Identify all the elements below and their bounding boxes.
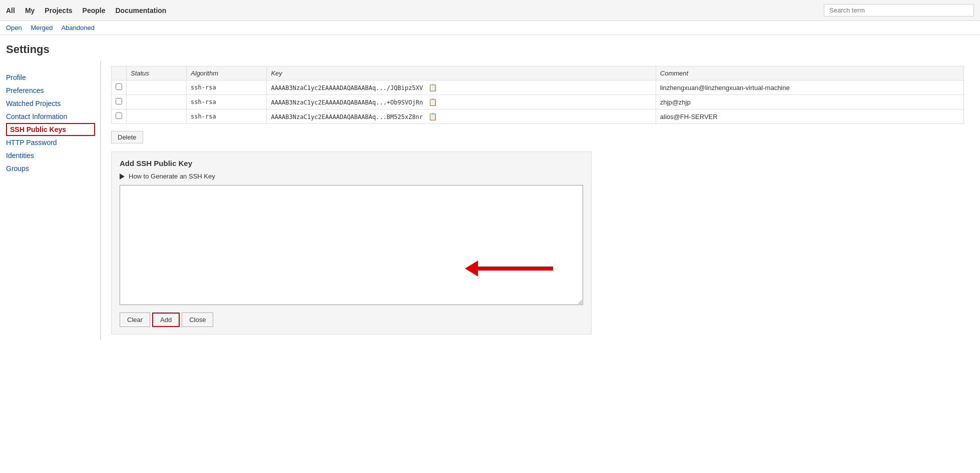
sidebar-item-preferences[interactable]: Preferences bbox=[6, 84, 95, 97]
table-row: ssh-rsa AAAAB3NzaC1yc2EAAAADAQABAABAq...… bbox=[112, 80, 964, 95]
row-checkbox-1[interactable] bbox=[112, 80, 127, 95]
expand-triangle-icon bbox=[120, 174, 125, 180]
copy-icon-1[interactable]: 📋 bbox=[428, 84, 437, 92]
nav-people[interactable]: People bbox=[83, 6, 106, 14]
table-row: ssh-rsa AAAAB3NzaC1yc2EAAAADAQABAABAq...… bbox=[112, 110, 964, 124]
sidebar: Profile Preferences Watched Projects Con… bbox=[6, 61, 101, 340]
layout: Profile Preferences Watched Projects Con… bbox=[0, 61, 980, 340]
nav-all[interactable]: All bbox=[6, 6, 15, 14]
nav-my[interactable]: My bbox=[25, 6, 35, 14]
sidebar-item-groups[interactable]: Groups bbox=[6, 162, 95, 175]
sidebar-item-ssh-public-keys[interactable]: SSH Public Keys bbox=[6, 123, 95, 136]
row-algorithm-2: ssh-rsa bbox=[187, 95, 267, 110]
subnav-abandoned[interactable]: Abandoned bbox=[61, 24, 95, 32]
sub-nav: Open Merged Abandoned bbox=[0, 21, 980, 35]
close-button[interactable]: Close bbox=[182, 312, 213, 327]
search-input[interactable] bbox=[824, 4, 974, 16]
button-row: Clear Add Close bbox=[120, 312, 583, 327]
row-algorithm-1: ssh-rsa bbox=[187, 80, 267, 95]
add-ssh-section: Add SSH Public Key How to Generate an SS… bbox=[111, 152, 592, 334]
col-header-checkbox bbox=[112, 66, 127, 80]
sidebar-item-profile[interactable]: Profile bbox=[6, 71, 95, 84]
ssh-key-textarea[interactable] bbox=[120, 185, 583, 305]
row-comment-1: linzhengxuan@linzhengxuan-virtual-machin… bbox=[656, 80, 963, 95]
add-button[interactable]: Add bbox=[152, 312, 180, 327]
row-comment-3: alios@FH-SERVER bbox=[656, 110, 963, 124]
subnav-open[interactable]: Open bbox=[6, 24, 22, 32]
nav-projects[interactable]: Projects bbox=[45, 6, 72, 14]
nav-documentation[interactable]: Documentation bbox=[116, 6, 167, 14]
row-checkbox-2[interactable] bbox=[112, 95, 127, 110]
main-content: Status Algorithm Key Comment ssh-rsa AAA… bbox=[101, 61, 974, 340]
table-row: ssh-rsa AAAAB3NzaC1yc2EAAAADAQABAABAq...… bbox=[112, 95, 964, 110]
red-arrow-annotation bbox=[465, 260, 553, 276]
sidebar-item-watched-projects[interactable]: Watched Projects bbox=[6, 97, 95, 110]
clear-button[interactable]: Clear bbox=[120, 312, 150, 327]
how-to-label: How to Generate an SSH Key bbox=[129, 172, 215, 180]
page-title: Settings bbox=[0, 35, 980, 61]
row-status-3 bbox=[127, 110, 187, 124]
col-header-comment: Comment bbox=[656, 66, 963, 80]
col-header-key: Key bbox=[267, 66, 656, 80]
subnav-merged[interactable]: Merged bbox=[31, 24, 53, 32]
row-status-1 bbox=[127, 80, 187, 95]
sidebar-item-http-password[interactable]: HTTP Password bbox=[6, 136, 95, 149]
row-status-2 bbox=[127, 95, 187, 110]
col-header-status: Status bbox=[127, 66, 187, 80]
col-header-algorithm: Algorithm bbox=[187, 66, 267, 80]
ssh-keys-table: Status Algorithm Key Comment ssh-rsa AAA… bbox=[111, 66, 964, 124]
row-key-1: AAAAB3NzaC1yc2EAAAADAQABAABAq.../JQBipz5… bbox=[267, 80, 656, 95]
row-key-3: AAAAB3NzaC1yc2EAAAADAQABAABAq...BM525xZ8… bbox=[267, 110, 656, 124]
copy-icon-2[interactable]: 📋 bbox=[428, 98, 437, 106]
how-to-toggle[interactable]: How to Generate an SSH Key bbox=[120, 172, 583, 180]
row-algorithm-3: ssh-rsa bbox=[187, 110, 267, 124]
sidebar-item-contact-information[interactable]: Contact Information bbox=[6, 110, 95, 123]
add-ssh-title: Add SSH Public Key bbox=[120, 159, 583, 168]
row-key-2: AAAAB3NzaC1yc2EAAAADAQABAABAq...+Ob9SVOj… bbox=[267, 95, 656, 110]
row-comment-2: zhjp@zhjp bbox=[656, 95, 963, 110]
copy-icon-3[interactable]: 📋 bbox=[428, 112, 437, 120]
delete-button[interactable]: Delete bbox=[111, 131, 143, 144]
textarea-wrapper bbox=[120, 185, 583, 306]
top-nav: All My Projects People Documentation bbox=[0, 0, 980, 21]
row-checkbox-3[interactable] bbox=[112, 110, 127, 124]
sidebar-item-identities[interactable]: Identities bbox=[6, 149, 95, 162]
